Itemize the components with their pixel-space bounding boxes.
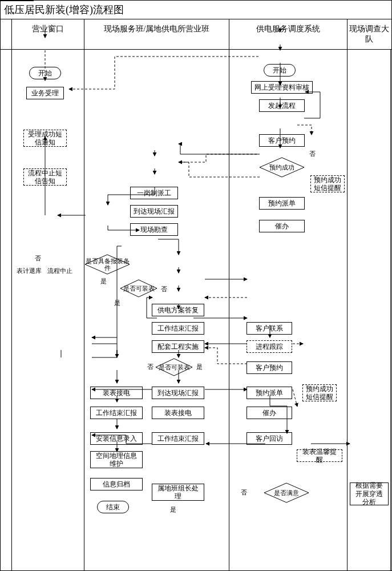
business-accept-node: 业务受理 (26, 87, 64, 99)
flowchart-page: 低压居民新装(增容)流程图 营业窗口 现场服务班/属地供电所营业班 供电服务调度… (0, 0, 392, 571)
project-impl-node: 配套工程实施 (152, 340, 204, 353)
install-info-entry-node: 安装信息录入 (90, 432, 143, 445)
lane-business-window: 开始 业务受理 受理成功短信通知 流程中止短信告知 表计退库 流程中止 否 (12, 50, 84, 571)
return-meter-label: 表计退库 (17, 267, 42, 275)
progress-track-node: 进程跟踪 (246, 340, 292, 353)
can-install-decision-2: 是否可装表 (155, 358, 193, 376)
canInstall2-no: 否 (147, 363, 153, 371)
col-gutter (1, 19, 12, 49)
col-investigation: 现场调查大队 (347, 19, 391, 49)
satisfied-decision: 是否满意 (264, 482, 309, 503)
col-business-window: 营业窗口 (12, 19, 84, 49)
col-dispatch-system: 供电服务调度系统 (229, 19, 347, 49)
booking-ok-sms-2-node: 预约成功短信提醒 (302, 384, 337, 401)
arrive-report-node: 到达现场汇报 (130, 205, 178, 218)
end-node: 结束 (97, 501, 129, 513)
install-warm-sms-node: 装表温馨提醒 (297, 449, 342, 462)
customer-booking-node: 客户预约 (259, 134, 305, 147)
start-node-2: 开始 (264, 64, 296, 77)
abort-label: 流程中止 (47, 267, 72, 275)
col-field-service: 现场服务班/属地供电所营业班 (84, 19, 229, 49)
work-end-report-3-node: 工作结束汇报 (152, 432, 204, 445)
urge-node: 催办 (259, 220, 305, 232)
install-meter-node-b: 装表接电 (152, 407, 204, 419)
booking-dispatch-2-node: 预约派单 (246, 387, 292, 399)
sms-success-node: 受理成功短信通知 (23, 130, 67, 147)
satisfy-no: 否 (241, 488, 247, 497)
lane-dispatch-system: 开始 网上受理资料审核 发起流程 客户预约 预约成功 否 预约成功短信提醒 预约… (229, 50, 347, 571)
booking-dispatch-node: 预约派单 (259, 197, 305, 210)
urge-2-node: 催办 (246, 407, 292, 419)
arrive-report-2-node: 到达现场汇报 (152, 387, 204, 399)
site-survey-node: 现场勘查 (130, 223, 178, 236)
customer-booking-2-node: 客户预约 (246, 361, 292, 374)
work-end-report-1-node: 工作结束汇报 (152, 322, 204, 335)
online-review-node: 网上受理资料审核 (251, 81, 313, 94)
geo-info-maintain-node: 空间地理信息维护 (90, 451, 143, 468)
lane-investigation: 根据需要开展穿透分析 (347, 50, 391, 571)
satisfy-yes-l3: 是 (170, 505, 176, 514)
lane-gutter (1, 50, 12, 571)
initiate-flow-node: 发起流程 (259, 99, 305, 112)
customer-contact-node: 客户联系 (246, 322, 292, 335)
cond-no-label-1: 否 (35, 254, 41, 263)
swimlane-body: 开始 业务受理 受理成功短信通知 流程中止短信告知 表计退库 流程中止 否 一岗… (1, 50, 391, 571)
booking-ok-sms-node: 预约成功短信提醒 (310, 175, 345, 192)
install-meter-node-a: 装表接电 (90, 387, 143, 399)
archive-node: 信息归档 (90, 478, 143, 490)
lane-field-service: 一岗制派工 到达现场汇报 现场勘查 是否具备报装条件 是否可装表 供电方案答复 … (84, 50, 229, 571)
canInstall2-yes: 是 (196, 363, 203, 371)
start-node: 开始 (29, 67, 61, 79)
one-post-dispatch-node: 一岗制派工 (130, 187, 178, 199)
local-team-handle-node: 属地班组长处理 (152, 484, 204, 501)
abort-notice-node: 流程中止短信告知 (23, 168, 67, 186)
chart-title: 低压居民新装(增容)流程图 (1, 1, 391, 19)
cond-yes-label: 是 (100, 277, 107, 286)
has-condition-decision: 是否具备报装条件 (84, 254, 130, 275)
booking-ok-decision: 预约成功 (259, 157, 305, 178)
power-plan-reply-node: 供电方案答复 (152, 304, 204, 316)
work-end-report-2a-node: 工作结束汇报 (90, 407, 143, 419)
canInstall1-yes: 是 (114, 299, 120, 307)
booking-no: 否 (309, 150, 316, 158)
swimlane-header: 营业窗口 现场服务班/属地供电所营业班 供电服务调度系统 现场调查大队 (1, 19, 391, 50)
canInstall1-no: 否 (161, 285, 167, 293)
penetration-analysis-node: 根据需要开展穿透分析 (350, 482, 389, 505)
can-install-decision-1: 是否可装表 (120, 279, 157, 297)
customer-revisit-node: 客户回访 (246, 432, 292, 445)
